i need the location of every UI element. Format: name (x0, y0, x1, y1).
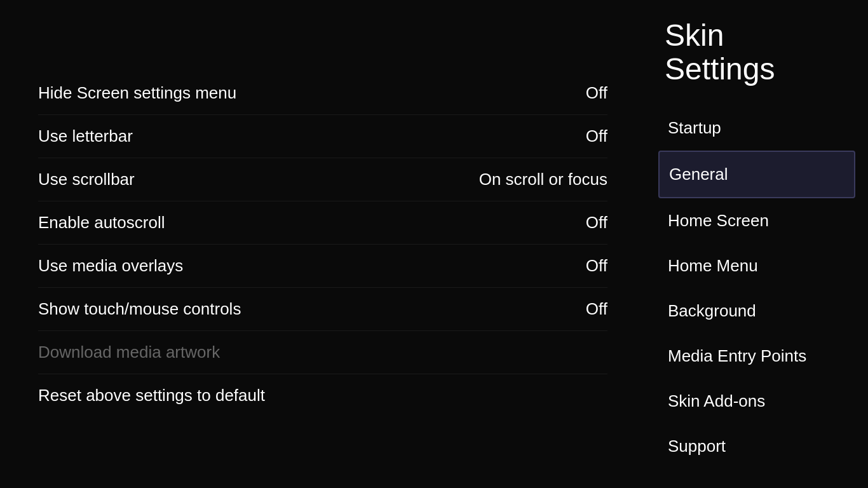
sidebar-nav-item-support[interactable]: Support (658, 424, 855, 469)
sidebar-title: Skin Settings (658, 19, 855, 86)
settings-item-hide-screen-settings-menu[interactable]: Hide Screen settings menuOff (38, 72, 607, 115)
settings-item-value-hide-screen-settings-menu: Off (480, 83, 607, 103)
settings-item-value-show-touch-mouse-controls: Off (480, 299, 607, 319)
sidebar-nav-item-background[interactable]: Background (658, 288, 855, 334)
settings-item-download-media-artwork[interactable]: Download media artwork (38, 331, 607, 374)
settings-item-value-use-letterbar: Off (480, 126, 607, 146)
settings-item-label-download-media-artwork: Download media artwork (38, 342, 220, 362)
settings-item-value-enable-autoscroll: Off (480, 213, 607, 233)
sidebar-nav: StartupGeneralHome ScreenHome MenuBackgr… (658, 105, 855, 469)
settings-item-show-touch-mouse-controls[interactable]: Show touch/mouse controlsOff (38, 288, 607, 331)
settings-item-value-use-scrollbar: On scroll or focus (479, 170, 607, 189)
settings-item-use-letterbar[interactable]: Use letterbarOff (38, 115, 607, 158)
sidebar-nav-item-skin-addons[interactable]: Skin Add-ons (658, 379, 855, 424)
sidebar-nav-item-home-menu[interactable]: Home Menu (658, 243, 855, 288)
settings-item-reset-above-settings[interactable]: Reset above settings to default (38, 374, 607, 417)
settings-item-label-use-scrollbar: Use scrollbar (38, 170, 135, 189)
settings-item-label-hide-screen-settings-menu: Hide Screen settings menu (38, 83, 236, 103)
settings-item-label-use-letterbar: Use letterbar (38, 126, 133, 146)
sidebar-nav-item-media-entry-points[interactable]: Media Entry Points (658, 334, 855, 379)
settings-item-value-use-media-overlays: Off (480, 256, 607, 276)
settings-item-use-scrollbar[interactable]: Use scrollbarOn scroll or focus (38, 158, 607, 201)
settings-item-label-show-touch-mouse-controls: Show touch/mouse controls (38, 299, 241, 319)
settings-item-label-use-media-overlays: Use media overlays (38, 256, 183, 276)
settings-item-label-reset-above-settings: Reset above settings to default (38, 386, 265, 405)
settings-item-label-enable-autoscroll: Enable autoscroll (38, 213, 165, 233)
main-content: Hide Screen settings menuOffUse letterba… (0, 0, 646, 488)
settings-item-use-media-overlays[interactable]: Use media overlaysOff (38, 245, 607, 288)
sidebar-nav-item-startup[interactable]: Startup (658, 105, 855, 151)
sidebar: Skin Settings StartupGeneralHome ScreenH… (646, 0, 868, 488)
sidebar-nav-item-home-screen[interactable]: Home Screen (658, 198, 855, 243)
settings-list: Hide Screen settings menuOffUse letterba… (38, 72, 607, 417)
sidebar-nav-item-general[interactable]: General (658, 151, 855, 198)
settings-item-enable-autoscroll[interactable]: Enable autoscrollOff (38, 201, 607, 245)
